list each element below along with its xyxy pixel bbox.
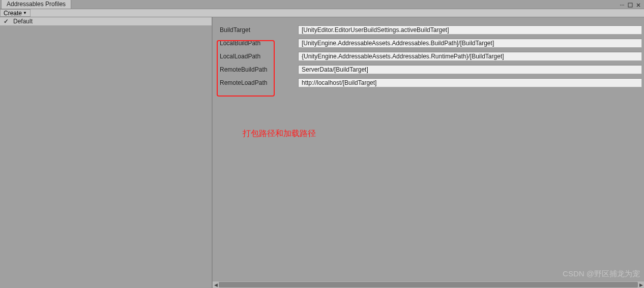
field-row-remoteloadpath: RemoteLoadPath: [218, 77, 642, 88]
field-row-buildtarget: BuildTarget: [218, 24, 642, 36]
field-label: BuildTarget: [218, 26, 298, 34]
remoteloadpath-input[interactable]: [298, 78, 642, 87]
content-panel: BuildTarget LocalBuildPath LocalLoadPath…: [213, 17, 644, 288]
main-area: ✓ Default BuildTarget LocalBuildPath Loc…: [0, 17, 644, 288]
svg-rect-3: [628, 3, 632, 7]
svg-point-2: [623, 5, 624, 6]
chevron-down-icon: ▼: [23, 11, 27, 15]
localbuildpath-input[interactable]: [298, 39, 642, 48]
scroll-right-icon[interactable]: ▶: [638, 281, 644, 288]
field-row-localloadpath: LocalLoadPath: [218, 51, 642, 62]
localloadpath-input[interactable]: [298, 52, 642, 61]
tab-addressables-profiles[interactable]: Addressables Profiles: [1, 0, 71, 9]
window-controls: [619, 2, 644, 9]
sidebar-item-default[interactable]: ✓ Default: [0, 17, 212, 25]
field-row-remotebuildpath: RemoteBuildPath: [218, 64, 642, 75]
buildtarget-input[interactable]: [298, 25, 642, 35]
create-button[interactable]: Create ▼: [0, 9, 31, 17]
profiles-sidebar: ✓ Default: [0, 17, 213, 288]
check-icon: ✓: [2, 18, 10, 25]
menu-icon[interactable]: [619, 2, 626, 9]
tab-title: Addressables Profiles: [7, 1, 66, 8]
field-row-localbuildpath: LocalBuildPath: [218, 38, 642, 49]
remotebuildpath-input[interactable]: [298, 65, 642, 74]
annotation-text: 打包路径和加载路径: [243, 129, 316, 139]
field-label: LocalBuildPath: [218, 40, 298, 47]
scroll-left-icon[interactable]: ◀: [213, 281, 219, 288]
tab-bar: Addressables Profiles: [0, 0, 644, 9]
svg-point-1: [622, 5, 623, 6]
toolbar: Create ▼: [0, 9, 644, 17]
maximize-icon[interactable]: [627, 2, 634, 9]
field-label: RemoteLoadPath: [218, 79, 298, 86]
close-icon[interactable]: [635, 2, 642, 9]
scroll-thumb[interactable]: [219, 282, 638, 287]
watermark: CSDN @野区捕龙为宠: [563, 269, 640, 279]
svg-point-0: [620, 5, 621, 6]
field-label: LocalLoadPath: [218, 53, 298, 60]
field-label: RemoteBuildPath: [218, 66, 298, 73]
create-label: Create: [4, 10, 22, 17]
horizontal-scrollbar[interactable]: ◀ ▶: [213, 281, 644, 288]
sidebar-item-label: Default: [10, 18, 33, 25]
